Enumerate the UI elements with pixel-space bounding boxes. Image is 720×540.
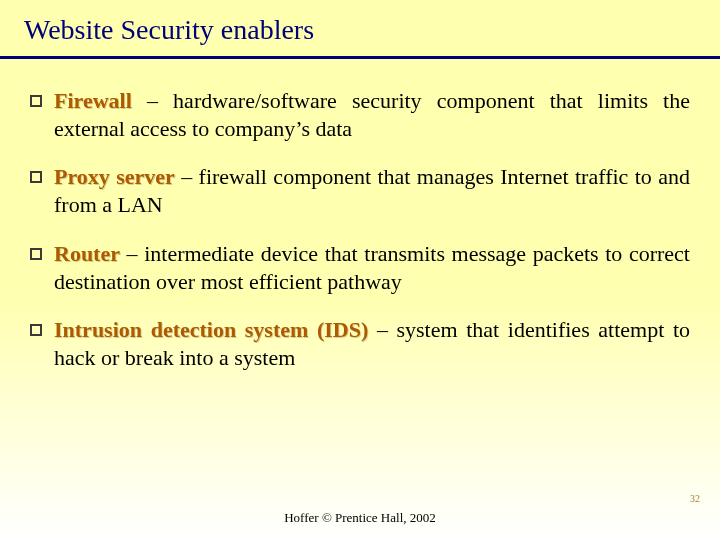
list-item: Proxy server – firewall component that m…: [30, 163, 690, 219]
square-bullet-icon: [30, 248, 42, 260]
content-area: Firewall – hardware/software security co…: [0, 59, 720, 372]
list-item: Intrusion detection system (IDS) – syste…: [30, 316, 690, 372]
item-text: Firewall – hardware/software security co…: [54, 87, 690, 143]
slide-number: 32: [690, 493, 700, 504]
title-bar: Website Security enablers: [0, 0, 720, 52]
desc: – hardware/software security component t…: [54, 88, 690, 141]
slide-title: Website Security enablers: [24, 14, 720, 46]
term-firewall: Firewall: [54, 88, 132, 113]
square-bullet-icon: [30, 95, 42, 107]
term-router: Router: [54, 241, 120, 266]
square-bullet-icon: [30, 324, 42, 336]
item-text: Intrusion detection system (IDS) – syste…: [54, 316, 690, 372]
item-text: Router – intermediate device that transm…: [54, 240, 690, 296]
list-item: Router – intermediate device that transm…: [30, 240, 690, 296]
term-ids: Intrusion detection system (IDS): [54, 317, 368, 342]
square-bullet-icon: [30, 171, 42, 183]
footer-copyright: Hoffer © Prentice Hall, 2002: [0, 510, 720, 526]
term-proxy-server: Proxy server: [54, 164, 175, 189]
item-text: Proxy server – firewall component that m…: [54, 163, 690, 219]
desc: – intermediate device that transmits mes…: [54, 241, 690, 294]
list-item: Firewall – hardware/software security co…: [30, 87, 690, 143]
